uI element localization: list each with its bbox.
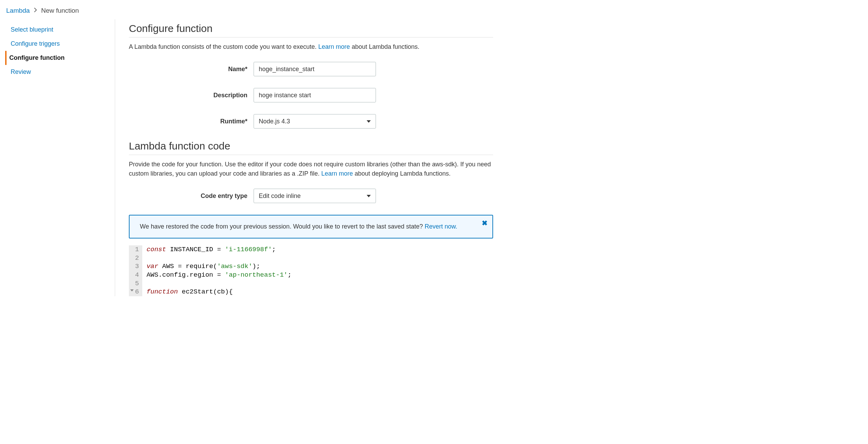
code-line	[146, 279, 493, 288]
breadcrumb-root-link[interactable]: Lambda	[6, 7, 30, 14]
desc-text-after: about deploying Lambda functions.	[353, 170, 450, 177]
learn-more-link[interactable]: Learn more	[318, 43, 350, 50]
desc-text-after: about Lambda functions.	[350, 43, 419, 50]
description-label: Description	[129, 92, 254, 99]
form-row-code-entry: Code entry type Edit code inline	[129, 189, 493, 203]
runtime-label: Runtime*	[129, 118, 254, 125]
code-section-title: Lambda function code	[129, 140, 493, 152]
form-row-runtime: Runtime* Node.js 4.3	[129, 114, 493, 129]
fold-marker-icon[interactable]	[130, 289, 134, 291]
divider	[129, 155, 493, 155]
main-content: Configure function A Lambda function con…	[115, 19, 503, 296]
runtime-select[interactable]: Node.js 4.3	[254, 114, 376, 129]
code-editor[interactable]: 1 2 3 4 5 6 const INSTANCE_ID = 'i-11669…	[129, 245, 493, 296]
line-number: 5	[135, 279, 139, 288]
wizard-sidebar: Select blueprint Configure triggers Conf…	[0, 19, 115, 296]
line-number: 1	[135, 245, 139, 254]
sidebar-item-configure-triggers[interactable]: Configure triggers	[5, 37, 115, 51]
configure-function-desc: A Lambda function consists of the custom…	[129, 42, 493, 52]
code-lines[interactable]: const INSTANCE_ID = 'i-1166998f'; var AW…	[142, 245, 493, 296]
caret-down-icon	[367, 120, 371, 123]
name-label: Name*	[129, 66, 254, 73]
desc-text: A Lambda function consists of the custom…	[129, 43, 318, 50]
code-line: const INSTANCE_ID = 'i-1166998f';	[146, 245, 493, 254]
description-input[interactable]	[254, 88, 376, 102]
form-row-name: Name*	[129, 62, 493, 76]
breadcrumb-current: New function	[41, 7, 79, 14]
code-line: function ec2Start(cb){	[146, 288, 493, 296]
code-entry-value: Edit code inline	[259, 192, 301, 200]
configure-function-title: Configure function	[129, 23, 493, 34]
revert-now-link[interactable]: Revert now.	[425, 223, 457, 230]
code-entry-select[interactable]: Edit code inline	[254, 189, 376, 203]
sidebar-item-configure-function[interactable]: Configure function	[5, 51, 115, 65]
line-number: 4	[135, 271, 139, 279]
code-line: AWS.config.region = 'ap-northeast-1';	[146, 271, 493, 279]
runtime-value: Node.js 4.3	[259, 118, 290, 125]
chevron-right-icon	[34, 8, 37, 14]
code-line	[146, 254, 493, 263]
alert-text: We have restored the code from your prev…	[140, 223, 425, 230]
name-input[interactable]	[254, 62, 376, 76]
code-line: var AWS = require('aws-sdk');	[146, 262, 493, 271]
line-number: 6	[135, 288, 139, 296]
form-row-description: Description	[129, 88, 493, 102]
caret-down-icon	[367, 195, 371, 197]
code-entry-label: Code entry type	[129, 192, 254, 200]
breadcrumb: Lambda New function	[0, 0, 868, 19]
learn-more-link[interactable]: Learn more	[321, 170, 353, 177]
sidebar-item-review[interactable]: Review	[5, 65, 115, 79]
code-section-desc: Provide the code for your function. Use …	[129, 160, 493, 178]
line-number: 3	[135, 262, 139, 271]
restore-alert: ✖ We have restored the code from your pr…	[129, 215, 493, 238]
divider	[129, 37, 493, 37]
sidebar-item-select-blueprint[interactable]: Select blueprint	[5, 23, 115, 37]
close-icon[interactable]: ✖	[482, 219, 488, 227]
gutter: 1 2 3 4 5 6	[129, 245, 142, 296]
line-number: 2	[135, 254, 139, 263]
